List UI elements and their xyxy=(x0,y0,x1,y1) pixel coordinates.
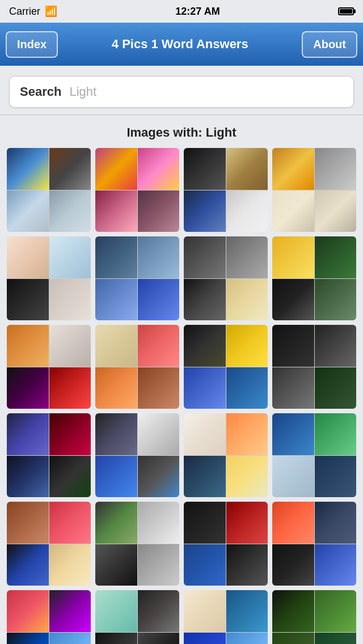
image-cell xyxy=(49,413,91,455)
image-cell xyxy=(272,325,314,367)
image-cell xyxy=(7,502,49,544)
list-item[interactable] xyxy=(95,236,179,320)
image-cell xyxy=(138,367,180,409)
image-cell xyxy=(7,590,49,632)
list-item[interactable] xyxy=(95,413,179,497)
image-cell xyxy=(95,279,137,321)
image-cell xyxy=(184,367,226,409)
image-cell xyxy=(138,148,180,190)
image-cell xyxy=(49,325,91,367)
image-cell xyxy=(184,413,226,455)
list-item[interactable] xyxy=(7,325,91,409)
list-item[interactable] xyxy=(7,590,91,644)
list-item[interactable] xyxy=(7,148,91,232)
image-cell xyxy=(138,456,180,498)
image-cell xyxy=(184,279,226,321)
list-item[interactable] xyxy=(272,325,356,409)
image-cell xyxy=(226,367,268,409)
carrier-label: Carrier xyxy=(9,6,40,18)
list-item[interactable] xyxy=(7,413,91,497)
list-item[interactable] xyxy=(184,148,268,232)
image-cell xyxy=(226,148,268,190)
image-row xyxy=(5,325,358,409)
image-cell xyxy=(7,456,49,498)
image-cell xyxy=(95,633,137,645)
image-grid xyxy=(0,148,363,644)
list-item[interactable] xyxy=(95,590,179,644)
list-item[interactable] xyxy=(272,236,356,320)
image-cell xyxy=(184,325,226,367)
list-item[interactable] xyxy=(272,502,356,586)
image-cell xyxy=(226,190,268,232)
list-item[interactable] xyxy=(272,413,356,497)
image-cell xyxy=(315,456,357,498)
image-cell xyxy=(7,544,49,586)
image-cell xyxy=(315,148,357,190)
search-input[interactable]: Light xyxy=(69,84,343,99)
image-cell xyxy=(272,236,314,278)
section-title: Images with: Light xyxy=(0,120,363,148)
image-cell xyxy=(184,190,226,232)
list-item[interactable] xyxy=(184,325,268,409)
list-item[interactable] xyxy=(95,502,179,586)
status-left: Carrier 📶 xyxy=(9,5,57,18)
image-cell xyxy=(184,502,226,544)
image-cell xyxy=(138,236,180,278)
image-cell xyxy=(49,367,91,409)
image-cell xyxy=(7,279,49,321)
image-cell xyxy=(315,502,357,544)
list-item[interactable] xyxy=(272,148,356,232)
list-item[interactable] xyxy=(272,590,356,644)
image-cell xyxy=(315,279,357,321)
image-cell xyxy=(138,325,180,367)
image-cell xyxy=(315,633,357,645)
image-cell xyxy=(226,633,268,645)
image-cell xyxy=(184,456,226,498)
list-item[interactable] xyxy=(184,413,268,497)
image-cell xyxy=(7,148,49,190)
image-cell xyxy=(7,190,49,232)
index-button[interactable]: Index xyxy=(6,31,58,58)
image-cell xyxy=(184,590,226,632)
about-button[interactable]: About xyxy=(302,31,357,58)
image-cell xyxy=(226,544,268,586)
image-cell xyxy=(272,456,314,498)
list-item[interactable] xyxy=(7,236,91,320)
list-item[interactable] xyxy=(95,148,179,232)
image-cell xyxy=(315,590,357,632)
image-cell xyxy=(272,544,314,586)
image-cell xyxy=(226,236,268,278)
image-cell xyxy=(272,190,314,232)
search-bar[interactable]: Search Light xyxy=(9,76,354,108)
image-cell xyxy=(95,236,137,278)
status-time: 12:27 AM xyxy=(175,6,220,18)
image-cell xyxy=(272,148,314,190)
image-row xyxy=(5,502,358,586)
image-cell xyxy=(138,279,180,321)
image-cell xyxy=(184,236,226,278)
image-cell xyxy=(138,633,180,645)
list-item[interactable] xyxy=(7,502,91,586)
list-item[interactable] xyxy=(184,236,268,320)
list-item[interactable] xyxy=(184,590,268,644)
image-cell xyxy=(226,325,268,367)
search-label: Search xyxy=(20,84,61,99)
image-cell xyxy=(184,148,226,190)
image-cell xyxy=(49,279,91,321)
image-cell xyxy=(272,367,314,409)
image-cell xyxy=(7,236,49,278)
image-cell xyxy=(49,544,91,586)
image-cell xyxy=(49,633,91,645)
search-container: Search Light xyxy=(0,66,363,115)
list-item[interactable] xyxy=(95,325,179,409)
image-cell xyxy=(226,590,268,632)
image-cell xyxy=(226,456,268,498)
nav-title: 4 Pics 1 Word Answers xyxy=(58,37,302,52)
list-item[interactable] xyxy=(184,502,268,586)
image-cell xyxy=(7,325,49,367)
image-cell xyxy=(184,544,226,586)
image-cell xyxy=(315,190,357,232)
image-cell xyxy=(95,590,137,632)
image-cell xyxy=(272,413,314,455)
image-cell xyxy=(95,502,137,544)
